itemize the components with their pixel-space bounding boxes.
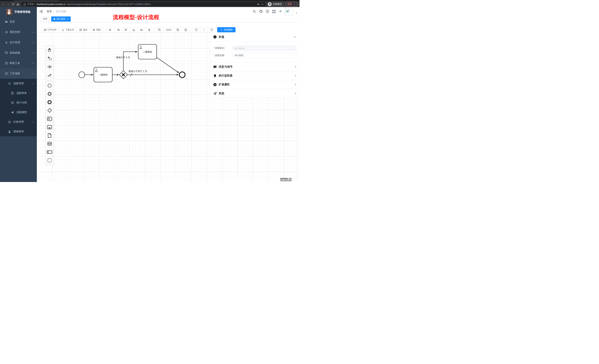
chip-icon <box>92 28 95 31</box>
create-start-event[interactable] <box>45 81 54 90</box>
search-icon[interactable] <box>253 10 256 13</box>
zoom-in-button[interactable] <box>174 27 182 32</box>
browser-active-tab[interactable] <box>14 0 59 1</box>
sidebar-item-pay[interactable]: ¥ 支付管理 <box>0 37 37 48</box>
fullscreen-icon[interactable] <box>272 10 276 13</box>
zoom-reset-button[interactable] <box>182 27 189 32</box>
global-connect-tool[interactable] <box>45 71 54 79</box>
breadcrumb-home[interactable]: 首页 <box>47 10 52 13</box>
align-top-button[interactable] <box>122 27 130 32</box>
avatar-dropdown-icon[interactable]: ▾ <box>296 12 297 14</box>
simulate-label: 模拟 <box>96 28 101 31</box>
chevron-down-icon <box>32 121 34 123</box>
field-label: *流程名称 <box>213 54 233 57</box>
create-group[interactable] <box>45 156 54 164</box>
section-execution-listener[interactable]: 执行监听器 <box>210 71 300 80</box>
sidebar-item-process-model[interactable]: 流程模型 <box>0 108 37 117</box>
restart-button[interactable] <box>208 27 216 32</box>
create-data-object[interactable] <box>45 131 54 139</box>
create-intermediate-event[interactable] <box>45 90 54 98</box>
hand-tool[interactable] <box>45 46 54 54</box>
simulate-button[interactable]: 模拟 <box>90 27 103 32</box>
user-task-level2[interactable]: 二级审批 <box>138 44 157 59</box>
lasso-tool[interactable] <box>45 54 54 63</box>
section-other[interactable]: 其他 <box>210 89 300 98</box>
user-task-level1[interactable]: 一级审批 <box>94 67 112 82</box>
flow-label-gt3[interactable]: 请假大于 3 天 <box>116 56 130 59</box>
field-label: *流程标识 <box>213 46 233 50</box>
create-participant[interactable] <box>45 148 54 156</box>
sidebar-item-system[interactable]: 系统管理 <box>0 27 37 37</box>
avatar[interactable] <box>285 8 293 16</box>
not-secure-icon[interactable] <box>23 3 26 6</box>
sidebar-item-infra[interactable]: 基础设施 <box>0 48 37 58</box>
bpmn-io-watermark[interactable]: BPMN.iO <box>280 177 292 181</box>
align-horizontal-center-button[interactable] <box>145 27 153 32</box>
github-icon[interactable] <box>259 10 263 13</box>
close-icon[interactable]: × <box>67 18 68 20</box>
browser-back-icon[interactable]: ← <box>2 3 5 6</box>
sidebar-item-process-mgmt[interactable]: 流程管理 <box>0 79 37 88</box>
sidebar-item-workflow[interactable]: 工作流程 <box>0 68 37 79</box>
redo-button[interactable] <box>200 27 208 32</box>
url-path[interactable]: /bpm/manager/model/design?modelId=e4a1a1… <box>67 3 255 6</box>
save-model-button[interactable]: ＋ 保存模型 <box>217 27 236 32</box>
zoom-level[interactable]: 100% <box>163 27 174 32</box>
task2-label: 二级审批 <box>143 51 152 53</box>
align-vertical-center-icon <box>140 28 143 31</box>
browser-forward-icon[interactable]: → <box>7 3 10 6</box>
sidebar-item-home[interactable]: 首页 <box>0 17 37 27</box>
align-horizontal-center-icon <box>148 28 151 31</box>
flow-gateway-to-task2[interactable] <box>123 52 137 70</box>
section-extended-attributes[interactable]: 扩展属性 <box>210 80 300 89</box>
sidebar-item-devtools[interactable]: 研发工具 <box>0 58 37 68</box>
app-logo-row[interactable]: 芋道管理系统 <box>0 7 37 17</box>
section-message-signal[interactable]: 消息与信号 <box>210 62 300 71</box>
create-data-store[interactable] <box>45 139 54 148</box>
create-end-event[interactable] <box>45 98 54 106</box>
exclusive-gateway[interactable] <box>119 71 127 79</box>
address-bar[interactable]: 不安全 dashboard.yudao.iocoder.cn /bpm/mana… <box>21 2 266 7</box>
start-event[interactable] <box>79 72 85 78</box>
flow-label-le1[interactable]: 请假小于等于 1 天 <box>128 70 147 73</box>
info-icon: i <box>213 35 217 39</box>
browser-reload-icon[interactable] <box>11 3 15 6</box>
open-file-button[interactable]: 打开文件 <box>41 27 59 32</box>
sidebar-item-process-form[interactable]: 流程表单 <box>0 88 37 98</box>
sidebar-item-user-group[interactable]: 用户分组 <box>0 98 37 108</box>
end-event[interactable] <box>179 72 185 78</box>
folder-open-icon <box>44 29 47 31</box>
bookmark-star-icon[interactable]: ☆ <box>261 3 264 6</box>
section-general[interactable]: i 常规 <box>210 33 300 42</box>
process-name-input[interactable] <box>233 53 296 58</box>
align-left-button[interactable] <box>106 27 114 32</box>
incognito-badge: 无痕模式 <box>267 1 284 7</box>
task1-label: 一级审批 <box>98 74 108 76</box>
sidebar-item-task-mgmt[interactable]: 任务管理 <box>0 117 37 127</box>
undo-button[interactable] <box>192 27 200 32</box>
create-subprocess[interactable] <box>45 123 54 131</box>
create-user-task[interactable] <box>45 115 54 123</box>
flow-task2-to-end[interactable] <box>157 58 179 73</box>
align-right-button[interactable] <box>114 27 122 32</box>
browser-menu-icon[interactable]: ⋮ <box>293 3 296 6</box>
breadcrumb-current: 设计流程 <box>56 10 66 13</box>
create-exclusive-gateway[interactable] <box>45 106 54 115</box>
preview-button[interactable]: 预览 <box>77 27 90 32</box>
process-key-input[interactable] <box>233 45 296 51</box>
download-file-button[interactable]: 下载文件 <box>59 27 77 32</box>
update-button[interactable]: 更新 ⋮ <box>285 2 298 7</box>
help-icon[interactable]: ? <box>266 10 269 13</box>
space-tool[interactable] <box>45 63 54 71</box>
collapse-sidebar-icon[interactable] <box>39 10 43 13</box>
sidebar-item-leave-query[interactable]: 请假查询 <box>0 127 37 136</box>
tab-home[interactable]: 首页 <box>41 17 50 22</box>
browser-home-icon[interactable] <box>16 3 20 6</box>
zoom-out-button[interactable] <box>155 27 163 32</box>
align-bottom-button[interactable] <box>130 27 137 32</box>
url-host[interactable]: dashboard.yudao.iocoder.cn <box>37 3 66 6</box>
tab-design-process[interactable]: 设计流程 × <box>51 17 71 22</box>
align-vertical-center-button[interactable] <box>137 27 145 32</box>
password-key-icon[interactable] <box>257 3 260 6</box>
font-size-icon[interactable]: TT <box>279 10 282 13</box>
